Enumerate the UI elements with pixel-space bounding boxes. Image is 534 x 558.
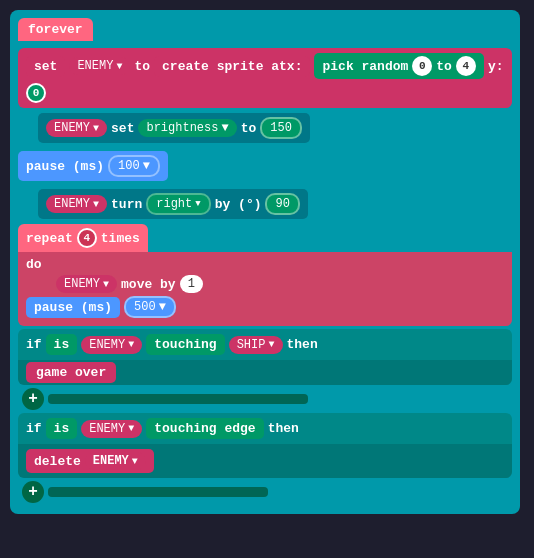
val-0a[interactable]: 0 <box>412 56 432 76</box>
delete-label: delete <box>34 454 81 469</box>
set-enemy-row: set ENEMY to create sprite atx: pick ran… <box>18 48 512 108</box>
times-label: times <box>101 231 140 246</box>
repeat-header: repeat 4 times <box>18 224 148 252</box>
plus2-icon: + <box>28 483 38 501</box>
val-150[interactable]: 150 <box>260 117 302 139</box>
turn-row-indent: ENEMY turn right by (°) 90 <box>18 187 512 221</box>
enemy-var-2[interactable]: ENEMY <box>46 119 107 137</box>
delete-enemy-block: delete ENEMY <box>26 449 154 473</box>
forever-label: forever <box>28 22 83 37</box>
brightness-dropdown[interactable]: brightness ▼ <box>138 119 236 137</box>
to3-label: to <box>241 121 257 136</box>
stretch-bar-1 <box>48 394 308 404</box>
move-by-label: move by <box>121 277 176 292</box>
repeat-container: repeat 4 times do ENEMY move by 1 pause … <box>18 224 512 326</box>
enemy-var-4[interactable]: ENEMY <box>56 275 117 293</box>
val-500: 500 <box>134 300 156 314</box>
then2-label: then <box>268 421 299 436</box>
repeat-label: repeat <box>26 231 73 246</box>
right-dropdown[interactable]: right <box>146 193 210 215</box>
add-btn-2-row: + <box>18 481 512 503</box>
turn-row: ENEMY turn right by (°) 90 <box>38 189 308 219</box>
enemy-var-6[interactable]: ENEMY <box>81 420 142 438</box>
if-ship-body: game over <box>18 360 512 385</box>
add-button-2[interactable]: + <box>22 481 44 503</box>
brightness-arrow: ▼ <box>221 121 228 135</box>
pick-random-label: pick random <box>322 59 408 74</box>
set2-label: set <box>111 121 134 136</box>
right-label: right <box>156 197 192 211</box>
plus-icon: + <box>28 390 38 408</box>
val-4b[interactable]: 4 <box>77 228 97 248</box>
pause2-row: pause (ms) 500 ▼ <box>26 296 504 318</box>
do-section: do ENEMY move by 1 pause (ms) 500 ▼ <box>18 252 512 326</box>
set-keyword: set <box>26 56 65 77</box>
val-100: 100 <box>118 159 140 173</box>
val-90[interactable]: 90 <box>265 193 299 215</box>
brightness-row: ENEMY set brightness ▼ to 150 <box>38 113 310 143</box>
y-label: y: <box>488 59 504 74</box>
add-btn-1-row: + <box>18 388 512 410</box>
if-edge-header: if is ENEMY touching edge then <box>18 413 512 444</box>
enemy-var-1[interactable]: ENEMY <box>69 57 130 75</box>
stretch-bar-2 <box>48 487 268 497</box>
pause-label: pause (ms) <box>26 159 104 174</box>
ship-var[interactable]: SHIP <box>229 336 283 354</box>
do-label: do <box>26 257 42 272</box>
touching-label: touching <box>146 334 224 355</box>
game-over-block: game over <box>26 362 116 383</box>
enemy-delete-var[interactable]: ENEMY <box>85 452 146 470</box>
forever-block[interactable]: forever <box>18 18 93 41</box>
touching-edge-label: touching edge <box>146 418 263 439</box>
then-label: then <box>287 337 318 352</box>
brightness-row-indent: ENEMY set brightness ▼ to 150 <box>18 111 512 145</box>
blocks-container: forever set ENEMY to create sprite atx: … <box>0 0 534 524</box>
to2-label: to <box>436 59 452 74</box>
enemy-var-5[interactable]: ENEMY <box>81 336 142 354</box>
pause-ms-dropdown[interactable]: 100 ▼ <box>108 155 160 177</box>
if-ship-header: if is ENEMY touching SHIP then <box>18 329 512 360</box>
pause-500-dropdown[interactable]: 500 ▼ <box>124 296 176 318</box>
if-edge-container: if is ENEMY touching edge then delete EN… <box>18 413 512 478</box>
pause-arrow: ▼ <box>143 159 150 173</box>
if-label: if <box>26 337 42 352</box>
pick-random-block: pick random 0 to 4 <box>314 53 483 79</box>
pause2-label: pause (ms) <box>26 297 120 318</box>
move-row: ENEMY move by 1 <box>26 275 504 293</box>
to-keyword: to <box>134 59 150 74</box>
turn-label: turn <box>111 197 142 212</box>
val-1[interactable]: 1 <box>180 275 203 293</box>
is2-label: is <box>46 418 78 439</box>
is-label: is <box>46 334 78 355</box>
by-label: by (°) <box>215 197 262 212</box>
val-4[interactable]: 4 <box>456 56 476 76</box>
main-block: forever set ENEMY to create sprite atx: … <box>10 10 520 514</box>
if2-label: if <box>26 421 42 436</box>
add-button-1[interactable]: + <box>22 388 44 410</box>
create-sprite-label: create sprite atx: <box>154 56 310 77</box>
val-0b[interactable]: 0 <box>26 83 46 103</box>
brightness-label: brightness <box>146 121 218 135</box>
enemy-var-3[interactable]: ENEMY <box>46 195 107 213</box>
pause-row: pause (ms) 100 ▼ <box>18 151 168 181</box>
if-ship-container: if is ENEMY touching SHIP then game over <box>18 329 512 385</box>
if-edge-body: delete ENEMY <box>18 444 512 478</box>
